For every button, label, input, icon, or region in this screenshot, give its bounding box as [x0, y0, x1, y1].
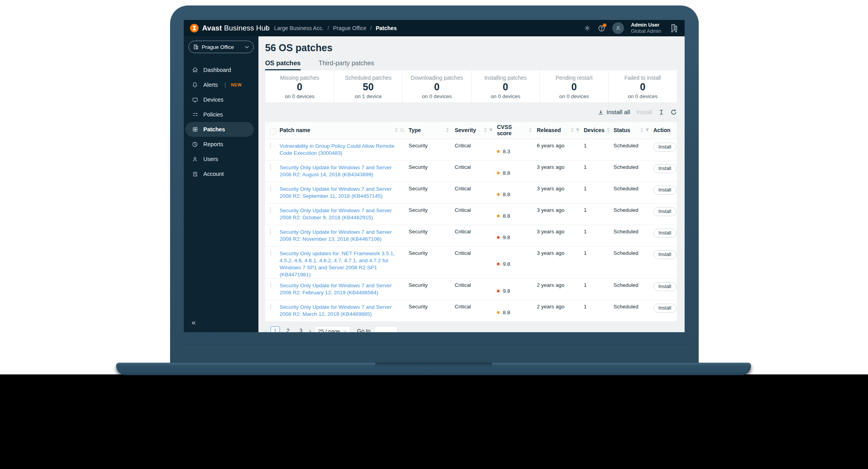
page-size-select[interactable]: 25 / page [314, 326, 350, 332]
row-checkbox[interactable] [270, 142, 271, 149]
row-install-button[interactable]: Install [653, 186, 676, 195]
row-install-button[interactable]: Install [653, 164, 676, 173]
column-header-patch-name[interactable]: Patch name [280, 122, 409, 139]
column-header-cvss[interactable]: CVSS score [497, 122, 537, 139]
page-button-3[interactable]: 3 [296, 326, 306, 332]
filter-icon[interactable] [645, 128, 649, 132]
status-cell: Scheduled [613, 300, 653, 321]
row-checkbox[interactable] [270, 207, 271, 213]
chevron-down-icon [343, 330, 347, 332]
stat-value: 50 [334, 81, 403, 93]
column-header-released[interactable]: Released [537, 122, 584, 139]
select-all-checkbox[interactable] [270, 129, 276, 134]
search-icon[interactable] [400, 128, 405, 133]
row-install-button[interactable]: Install [653, 229, 676, 238]
sidebar-item-reports[interactable]: Reports [184, 137, 258, 152]
breadcrumb: Large Business Acc. / Prague Office / Pa… [265, 25, 397, 31]
user-info[interactable]: Admin User Global Admin [631, 22, 661, 35]
breadcrumb-item[interactable]: Prague Office [333, 25, 366, 31]
row-install-button[interactable]: Install [653, 143, 676, 152]
column-header-severity[interactable]: Severity [455, 122, 497, 139]
type-cell: Security [409, 225, 455, 246]
install-all-button[interactable]: Install all [598, 109, 630, 116]
filter-icon[interactable] [576, 128, 580, 132]
row-checkbox[interactable] [270, 303, 271, 310]
sort-icon[interactable] [606, 128, 610, 132]
patches-table: Patch name Type Sev [265, 122, 677, 322]
row-install-button[interactable]: Install [653, 282, 676, 291]
column-header-status[interactable]: Status [613, 122, 653, 139]
patch-name-link[interactable]: Security Only Update for Windows 7 and S… [280, 283, 392, 295]
tab-third-party-patches[interactable]: Third-party patches [319, 59, 374, 70]
filter-icon[interactable] [489, 128, 493, 132]
install-button[interactable]: Install [637, 109, 653, 116]
column-header-devices[interactable]: Devices [584, 122, 613, 139]
patch-name-cell: Security Only Update for Windows 7 and S… [280, 300, 409, 321]
type-cell: Security [409, 204, 455, 225]
breadcrumb-item[interactable]: Large Business Acc. [274, 25, 324, 31]
home-icon [192, 67, 198, 73]
tab-os-patches[interactable]: OS patches [265, 59, 301, 70]
row-checkbox[interactable] [270, 164, 271, 170]
page-button-1[interactable]: 1 [271, 326, 280, 332]
released-cell: 3 years ago [537, 204, 584, 225]
sidebar-item-account[interactable]: Account [184, 166, 258, 181]
patch-name-link[interactable]: Security Only Update for Windows 7 and S… [280, 186, 392, 199]
patch-name-link[interactable]: Security Only Update for Windows 7 and S… [280, 208, 392, 220]
refresh-icon[interactable] [671, 109, 677, 115]
settings-gear-icon[interactable] [584, 25, 591, 32]
devices-cell: 1 [584, 182, 613, 203]
row-checkbox[interactable] [270, 250, 271, 256]
prev-page-icon[interactable]: ‹ [265, 328, 267, 332]
patch-name-link[interactable]: Security Only Update for Windows 7 and S… [280, 229, 392, 242]
policies-icon [192, 112, 198, 117]
sort-icon[interactable] [529, 128, 532, 132]
sidebar-collapse-button[interactable]: « [192, 318, 196, 327]
row-install-button[interactable]: Install [653, 207, 676, 216]
patch-name-link[interactable]: Security Only Update for Windows 7 and S… [280, 165, 392, 177]
patch-name-link[interactable]: Security Only Update for Windows 7 and S… [280, 304, 392, 317]
row-install-button[interactable]: Install [653, 304, 676, 313]
sort-icon[interactable] [570, 128, 574, 132]
table-body: Vulnerability in Group Policy Could Allo… [265, 139, 677, 322]
sort-icon[interactable] [446, 128, 449, 132]
avatar[interactable] [612, 22, 624, 34]
patch-name-link[interactable]: Security Only updates for .NET Framework… [280, 251, 395, 277]
company-switch-icon[interactable] [670, 23, 678, 33]
goto-page-input[interactable] [374, 326, 398, 332]
org-selector[interactable]: Prague Office [188, 41, 254, 53]
sidebar-item-devices[interactable]: Devices [184, 92, 258, 107]
row-checkbox[interactable] [270, 282, 271, 288]
sidebar-item-users[interactable]: Users [184, 152, 258, 166]
row-height-icon[interactable] [658, 109, 664, 115]
sidebar-item-policies[interactable]: Policies [184, 107, 258, 122]
row-install-button[interactable]: Install [653, 250, 676, 259]
column-header-type[interactable]: Type [409, 122, 455, 139]
page-button-2[interactable]: 2 [283, 326, 293, 332]
severity-cell: Critical [455, 279, 497, 300]
sidebar-item-dashboard[interactable]: Dashboard [184, 63, 258, 77]
released-cell: 2 years ago [537, 279, 584, 300]
stat-tile: Missing patches 0 on 0 devices [265, 70, 334, 102]
home-icon[interactable] [265, 25, 270, 31]
patch-name-cell: Security Only Update for Windows 7 and S… [280, 279, 409, 300]
sidebar-item-alerts[interactable]: Alerts | NEW [184, 77, 258, 92]
sidebar-item-patches[interactable]: Patches [185, 122, 254, 137]
next-page-icon[interactable]: › [309, 328, 311, 332]
sort-icon[interactable] [484, 128, 487, 132]
table-row: Security Only Update for Windows 7 and S… [265, 300, 677, 322]
row-checkbox[interactable] [270, 185, 271, 192]
sort-icon[interactable] [395, 128, 398, 132]
backdrop-bottom [0, 374, 868, 469]
severity-cell: Critical [455, 161, 497, 182]
stat-tile: Failed to install 0 on 0 devices [608, 70, 677, 102]
cvss-dot [497, 215, 500, 217]
patch-name-cell: Security Only updates for .NET Framework… [280, 247, 409, 278]
row-checkbox[interactable] [270, 228, 271, 235]
sort-icon[interactable] [640, 128, 644, 132]
stat-label: Failed to install [609, 75, 677, 81]
type-cell: Security [409, 139, 455, 160]
patch-name-cell: Security Only Update for Windows 7 and S… [280, 161, 409, 182]
help-icon[interactable] [598, 25, 605, 32]
patch-name-link[interactable]: Vulnerability in Group Policy Could Allo… [280, 143, 395, 156]
